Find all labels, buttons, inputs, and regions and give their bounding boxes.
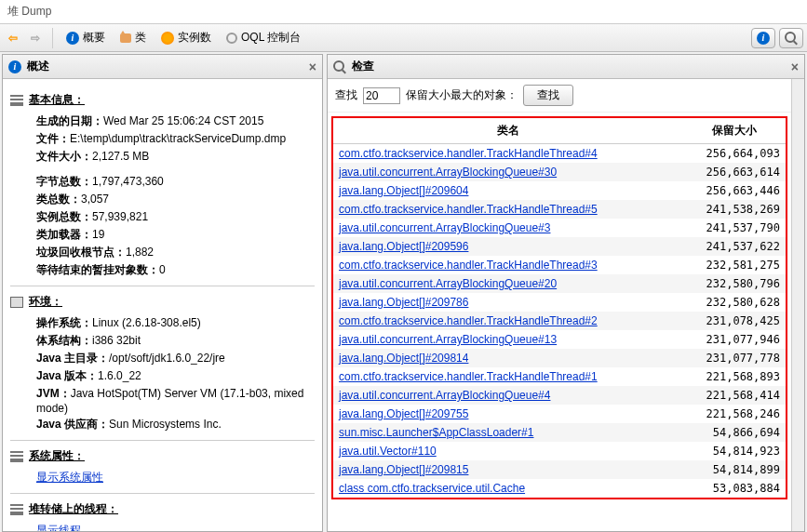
overview-pane: i 概述 × 基本信息： 生成的日期：Wed Mar 25 15:06:24 C… [2,54,323,532]
main-toolbar: ⇦ ⇨ i 概要 类 实例数 OQL 控制台 i [0,24,807,52]
table-row: java.util.concurrent.ArrayBlockingQueue#… [333,163,786,181]
retained-size: 231,077,946 [683,330,786,349]
class-link[interactable]: java.util.concurrent.ArrayBlockingQueue#… [333,163,683,181]
overview-title: 概述 [27,59,49,74]
close-icon[interactable]: × [309,60,316,74]
table-row: java.util.concurrent.ArrayBlockingQueue#… [333,219,786,237]
class-link[interactable]: com.ctfo.trackservice.handler.TrackHandl… [333,200,683,219]
instances-icon [161,32,174,45]
retained-size: 241,537,790 [683,219,786,237]
info-button[interactable]: i [751,28,775,48]
info-icon: i [8,60,21,73]
show-threads-link[interactable]: 显示线程 [36,523,81,531]
search-suffix: 保留大小最大的对象： [406,87,518,103]
class-link[interactable]: com.ctfo.trackservice.handler.TrackHandl… [333,367,683,386]
search-icon [333,60,346,73]
monitor-icon [10,297,23,308]
class-link[interactable]: java.lang.Object[]#209596 [333,237,683,256]
list-icon [10,504,23,515]
kv-jvm: JVM：Java HotSpot(TM) Server VM (17.1-b03… [36,386,315,415]
overview-label: 概要 [83,30,105,46]
kv-instances: 实例总数：57,939,821 [36,209,315,225]
forward-button: ⇨ [26,29,45,47]
oql-tab[interactable]: OQL 控制台 [221,28,306,47]
table-row: com.ctfo.trackservice.handler.TrackHandl… [333,144,786,164]
search-count-input[interactable] [363,87,400,104]
class-link[interactable]: java.util.concurrent.ArrayBlockingQueue#… [333,219,683,237]
class-link[interactable]: java.lang.Object[]#209755 [333,405,683,423]
show-sysprops-link[interactable]: 显示系统属性 [36,470,103,485]
class-tab[interactable]: 类 [114,28,152,47]
kv-ver: Java 版本：1.6.0_22 [36,368,315,384]
retained-size: 241,538,269 [683,200,786,219]
close-icon[interactable]: × [791,60,799,74]
scrollbar[interactable] [791,79,804,531]
class-link[interactable]: java.lang.Object[]#209815 [333,460,683,479]
class-link[interactable]: class com.ctfo.trackservice.util.Cache [333,479,683,498]
table-row: sun.misc.Launcher$AppClassLoader#154,866… [333,423,786,442]
search-icon [785,32,798,45]
kv-bytes: 字节总数：1,797,473,360 [36,174,315,190]
retained-size: 54,866,694 [683,423,786,442]
retained-size: 221,568,414 [683,386,786,405]
oql-icon [226,33,237,44]
class-link[interactable]: java.lang.Object[]#209604 [333,181,683,200]
class-link[interactable]: java.lang.Object[]#209786 [333,293,683,312]
window-title: 堆 Dump [0,0,807,24]
kv-os: 操作系统：Linux (2.6.18-308.el5) [36,315,315,331]
retained-size: 54,814,923 [683,442,786,460]
search-button[interactable]: 查找 [523,85,573,106]
class-link[interactable]: java.util.Vector#110 [333,442,683,460]
inspect-title: 检查 [352,59,374,74]
table-row: class com.ctfo.trackservice.util.Cache53… [333,479,786,498]
overview-header: i 概述 × [3,55,322,79]
kv-home: Java 主目录：/opt/soft/jdk1.6.0_22/jre [36,351,315,366]
class-link[interactable]: java.util.concurrent.ArrayBlockingQueue#… [333,386,683,405]
retained-size: 221,568,246 [683,405,786,423]
class-link[interactable]: java.util.concurrent.ArrayBlockingQueue#… [333,330,683,349]
retained-size: 232,580,628 [683,293,786,312]
instances-label: 实例数 [178,30,211,46]
search-button[interactable] [779,28,803,48]
inspect-header: 检查 × [328,55,804,79]
table-row: com.ctfo.trackservice.handler.TrackHandl… [333,256,786,274]
class-link[interactable]: java.util.concurrent.ArrayBlockingQueue#… [333,274,683,293]
instances-tab[interactable]: 实例数 [155,28,217,47]
kv-gc: 垃圾回收根节点：1,882 [36,245,315,260]
retained-size: 256,663,446 [683,181,786,200]
kv-classes: 类总数：3,057 [36,192,315,207]
table-row: java.lang.Object[]#209596241,537,622 [333,237,786,256]
list-icon [10,95,23,106]
back-button[interactable]: ⇦ [4,29,22,47]
class-link[interactable]: com.ctfo.trackservice.handler.TrackHandl… [333,256,683,274]
inspect-pane: 检查 × 查找 保留大小最大的对象： 查找 类名 保留大小 [327,54,805,532]
retained-size: 221,568,893 [683,367,786,386]
col-class: 类名 [333,118,683,144]
table-row: java.util.concurrent.ArrayBlockingQueue#… [333,386,786,405]
retained-size: 256,664,093 [683,144,786,164]
table-row: com.ctfo.trackservice.handler.TrackHandl… [333,367,786,386]
class-link[interactable]: com.ctfo.trackservice.handler.TrackHandl… [333,144,683,164]
table-row: java.util.concurrent.ArrayBlockingQueue#… [333,330,786,349]
retained-size: 231,077,778 [683,349,786,367]
col-size: 保留大小 [683,118,786,144]
kv-arch: 体系结构：i386 32bit [36,333,315,349]
results-table: 类名 保留大小 com.ctfo.trackservice.handler.Tr… [333,118,786,498]
retained-size: 231,078,425 [683,312,786,330]
kv-file: 文件：E:\temp\dump\track\trackServiceDump.d… [36,131,315,147]
table-row: com.ctfo.trackservice.handler.TrackHandl… [333,312,786,330]
kv-date: 生成的日期：Wed Mar 25 15:06:24 CST 2015 [36,113,315,129]
class-link[interactable]: sun.misc.Launcher$AppClassLoader#1 [333,423,683,442]
table-row: com.ctfo.trackservice.handler.TrackHandl… [333,200,786,219]
table-row: java.lang.Object[]#20981554,814,899 [333,460,786,479]
class-link[interactable]: java.lang.Object[]#209814 [333,349,683,367]
retained-size: 241,537,622 [683,237,786,256]
table-row: java.lang.Object[]#209814231,077,778 [333,349,786,367]
class-link[interactable]: com.ctfo.trackservice.handler.TrackHandl… [333,312,683,330]
kv-loaders: 类加载器：19 [36,227,315,243]
overview-tab[interactable]: i 概要 [61,28,111,47]
retained-size: 53,083,884 [683,479,786,498]
retained-size: 232,580,796 [683,274,786,293]
retained-size: 256,663,614 [683,163,786,181]
info-icon: i [66,32,79,45]
